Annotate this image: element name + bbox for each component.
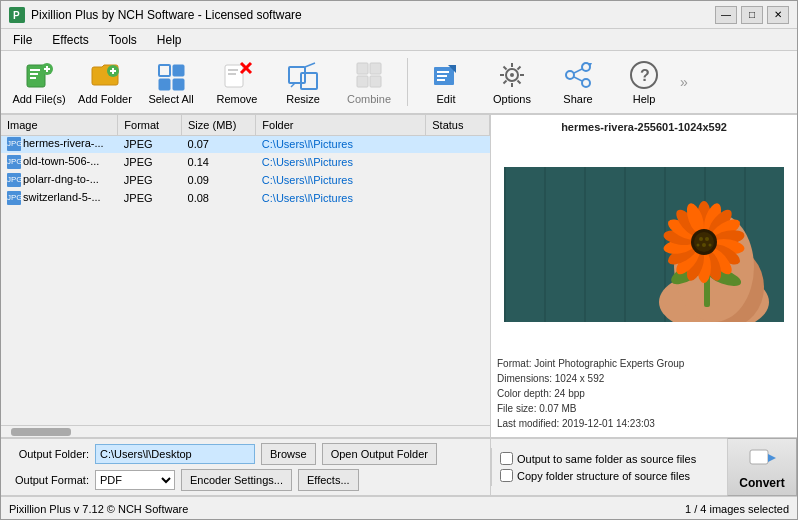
- svg-rect-26: [370, 63, 381, 74]
- file-size-cell: 0.07: [182, 135, 256, 153]
- col-format: Format: [118, 115, 182, 135]
- edit-button[interactable]: Edit: [414, 54, 478, 110]
- file-table-body: JPGhermes-rivera-...JPEG0.07C:\Users\l\P…: [1, 135, 490, 207]
- minimize-button[interactable]: —: [715, 6, 737, 24]
- file-folder-cell: C:\Users\l\Pictures: [256, 153, 426, 171]
- file-format-cell: JPEG: [118, 153, 182, 171]
- toolbar-overflow[interactable]: »: [680, 74, 688, 90]
- table-row[interactable]: JPGhermes-rivera-...JPEG0.07C:\Users\l\P…: [1, 135, 490, 153]
- menu-file[interactable]: File: [5, 31, 40, 49]
- svg-line-43: [504, 81, 507, 84]
- share-button[interactable]: Share: [546, 54, 610, 110]
- svg-rect-8: [46, 66, 48, 72]
- svg-point-90: [702, 243, 706, 247]
- help-label: Help: [633, 93, 656, 105]
- convert-label: Convert: [739, 476, 784, 490]
- file-size-cell: 0.14: [182, 153, 256, 171]
- bottom-right: Output to same folder as source files Co…: [491, 439, 797, 495]
- svg-rect-33: [437, 79, 445, 81]
- file-format-cell: JPEG: [118, 135, 182, 153]
- svg-marker-94: [768, 454, 776, 462]
- help-icon: ?: [628, 59, 660, 91]
- resize-button[interactable]: Resize: [271, 54, 335, 110]
- select-all-button[interactable]: Select All: [139, 54, 203, 110]
- svg-rect-16: [225, 65, 243, 87]
- svg-rect-32: [437, 75, 447, 77]
- open-output-folder-button[interactable]: Open Output Folder: [322, 443, 437, 465]
- file-status-cell: [426, 171, 490, 189]
- effects-button[interactable]: Effects...: [298, 469, 359, 491]
- table-row[interactable]: JPGold-town-506-...JPEG0.14C:\Users\l\Pi…: [1, 153, 490, 171]
- svg-rect-56: [624, 167, 626, 322]
- status-right: 1 / 4 images selected: [685, 503, 789, 515]
- horizontal-scrollbar[interactable]: [1, 425, 490, 437]
- checkboxes-area: Output to same folder as source files Co…: [491, 448, 727, 486]
- menu-effects[interactable]: Effects: [44, 31, 96, 49]
- toolbar: Add File(s) Add Folder Select All: [1, 51, 797, 115]
- col-folder: Folder: [256, 115, 426, 135]
- output-folder-input[interactable]: [95, 444, 255, 464]
- output-format-select[interactable]: PDF: [95, 470, 175, 490]
- titlebar-title: Pixillion Plus by NCH Software - License…: [31, 8, 302, 22]
- svg-point-87: [694, 232, 714, 252]
- menu-tools[interactable]: Tools: [101, 31, 145, 49]
- svg-point-91: [697, 244, 700, 247]
- table-row[interactable]: JPGpolarr-dng-to-...JPEG0.09C:\Users\l\P…: [1, 171, 490, 189]
- svg-point-89: [705, 237, 709, 241]
- preview-dimensions: Dimensions: 1024 x 592: [497, 371, 791, 386]
- svg-rect-14: [173, 65, 184, 76]
- resize-icon: [287, 59, 319, 91]
- preview-panel: hermes-rivera-255601-1024x592: [491, 115, 797, 437]
- preview-color-depth: Color depth: 24 bpp: [497, 386, 791, 401]
- resize-label: Resize: [286, 93, 320, 105]
- output-format-label: Output Format:: [9, 474, 89, 486]
- options-button[interactable]: Options: [480, 54, 544, 110]
- svg-point-92: [709, 244, 712, 247]
- remove-button[interactable]: Remove: [205, 54, 269, 110]
- status-left: Pixillion Plus v 7.12 © NCH Software: [9, 503, 188, 515]
- copy-structure-label: Copy folder structure of source files: [517, 470, 690, 482]
- edit-icon: [430, 59, 462, 91]
- help-button[interactable]: ? Help: [612, 54, 676, 110]
- file-list-panel: Image Format Size (MB) Folder Status JPG…: [1, 115, 491, 437]
- preview-image-container: [497, 137, 791, 352]
- svg-rect-17: [228, 69, 238, 71]
- svg-line-41: [518, 81, 521, 84]
- toolbar-separator-1: [407, 58, 408, 106]
- statusbar: Pixillion Plus v 7.12 © NCH Software 1 /…: [1, 495, 797, 520]
- titlebar-left: P Pixillion Plus by NCH Software - Licen…: [9, 7, 302, 23]
- copy-structure-checkbox[interactable]: [500, 469, 513, 482]
- preview-last-modified: Last modified: 2019-12-01 14:23:03: [497, 416, 791, 431]
- close-button[interactable]: ✕: [767, 6, 789, 24]
- svg-point-45: [566, 71, 574, 79]
- add-files-button[interactable]: Add File(s): [7, 54, 71, 110]
- svg-rect-12: [159, 65, 170, 76]
- maximize-button[interactable]: □: [741, 6, 763, 24]
- svg-rect-54: [544, 167, 546, 322]
- titlebar-controls[interactable]: — □ ✕: [715, 6, 789, 24]
- svg-line-48: [574, 77, 582, 81]
- same-folder-checkbox[interactable]: [500, 452, 513, 465]
- same-folder-row: Output to same folder as source files: [500, 452, 719, 465]
- options-label: Options: [493, 93, 531, 105]
- preview-image: [504, 167, 784, 322]
- preview-info: Format: Joint Photographic Experts Group…: [497, 356, 791, 431]
- svg-rect-25: [357, 63, 368, 74]
- svg-rect-3: [30, 69, 40, 71]
- table-row[interactable]: JPGswitzerland-5-...JPEG0.08C:\Users\l\P…: [1, 189, 490, 207]
- menu-help[interactable]: Help: [149, 31, 190, 49]
- svg-rect-22: [301, 73, 317, 89]
- remove-icon: [221, 59, 253, 91]
- combine-button: Combine: [337, 54, 401, 110]
- encoder-settings-button[interactable]: Encoder Settings...: [181, 469, 292, 491]
- svg-point-35: [510, 73, 514, 77]
- add-folder-button[interactable]: Add Folder: [73, 54, 137, 110]
- select-all-icon: [155, 59, 187, 91]
- svg-rect-5: [30, 77, 36, 79]
- browse-button[interactable]: Browse: [261, 443, 316, 465]
- svg-rect-28: [370, 76, 381, 87]
- convert-button[interactable]: Convert: [727, 438, 797, 496]
- file-status-cell: [426, 153, 490, 171]
- file-folder-cell: C:\Users\l\Pictures: [256, 171, 426, 189]
- file-status-cell: [426, 135, 490, 153]
